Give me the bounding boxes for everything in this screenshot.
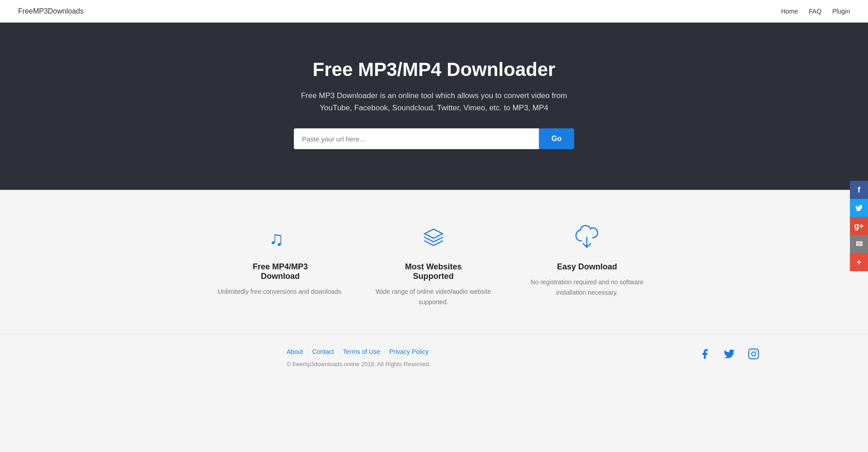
svg-point-3 [752, 352, 756, 356]
footer-links: About · Contact · Terms of Use · Privacy… [287, 348, 430, 355]
header: FreeMP3Downloads Home FAQ Plugin [0, 0, 868, 23]
side-twitter-button[interactable] [850, 199, 868, 217]
hero-section: Free MP3/MP4 Downloader Free MP3 Downloa… [0, 23, 868, 190]
footer: About · Contact · Terms of Use · Privacy… [0, 334, 868, 377]
footer-instagram[interactable] [748, 348, 760, 360]
hero-description: Free MP3 Downloader is an online tool wh… [294, 89, 574, 114]
url-input[interactable] [294, 128, 539, 149]
footer-copyright: © freemp3downloads.online 2018. All Righ… [287, 361, 430, 367]
footer-left: About · Contact · Terms of Use · Privacy… [287, 348, 430, 367]
nav-home[interactable]: Home [781, 8, 798, 15]
nav-faq[interactable]: FAQ [809, 8, 821, 15]
footer-privacy[interactable]: Privacy Policy [389, 348, 429, 355]
svg-text:♫: ♫ [269, 227, 284, 250]
side-social-bar: f g+ ✉ + [850, 181, 868, 271]
footer-dot-2: · [338, 348, 340, 355]
footer-dot-1: · [307, 348, 309, 355]
feature-desc-2: Wide range of online video/audio website… [370, 287, 497, 307]
go-button[interactable]: Go [539, 128, 574, 149]
footer-twitter[interactable] [723, 348, 735, 360]
main-nav: Home FAQ Plugin [781, 8, 850, 15]
features-grid: ♫ Free MP4/MP3Download Unlimitedly free … [185, 221, 683, 307]
feature-mp3-download: ♫ Free MP4/MP3Download Unlimitedly free … [217, 221, 343, 307]
feature-title-3: Easy Download [524, 262, 651, 272]
cloud-download-icon [524, 221, 651, 253]
footer-facebook[interactable] [699, 348, 711, 360]
footer-contact[interactable]: Contact [312, 348, 334, 355]
side-add-button[interactable]: + [850, 253, 868, 271]
footer-about[interactable]: About [287, 348, 303, 355]
footer-dot-3: · [384, 348, 386, 355]
footer-terms[interactable]: Terms of Use [343, 348, 380, 355]
side-googleplus-button[interactable]: g+ [850, 217, 868, 235]
site-logo[interactable]: FreeMP3Downloads [18, 7, 84, 15]
feature-websites: Most WebsitesSupported Wide range of onl… [370, 221, 497, 307]
feature-desc-1: Unlimitedly free conversions and downloa… [217, 287, 343, 297]
footer-social [699, 348, 850, 360]
layers-icon [370, 221, 497, 253]
feature-title-1: Free MP4/MP3Download [217, 262, 343, 281]
nav-plugin[interactable]: Plugin [832, 8, 850, 15]
svg-rect-2 [749, 349, 759, 359]
url-form: Go [294, 128, 574, 149]
side-email-button[interactable]: ✉ [850, 235, 868, 253]
music-icon: ♫ [217, 221, 343, 253]
features-section: ♫ Free MP4/MP3Download Unlimitedly free … [0, 190, 868, 334]
hero-title: Free MP3/MP4 Downloader [9, 59, 859, 80]
feature-easy-download: Easy Download No registration required a… [524, 221, 651, 307]
side-facebook-button[interactable]: f [850, 181, 868, 199]
feature-title-2: Most WebsitesSupported [370, 262, 497, 281]
feature-desc-3: No registration required and no software… [524, 277, 651, 297]
